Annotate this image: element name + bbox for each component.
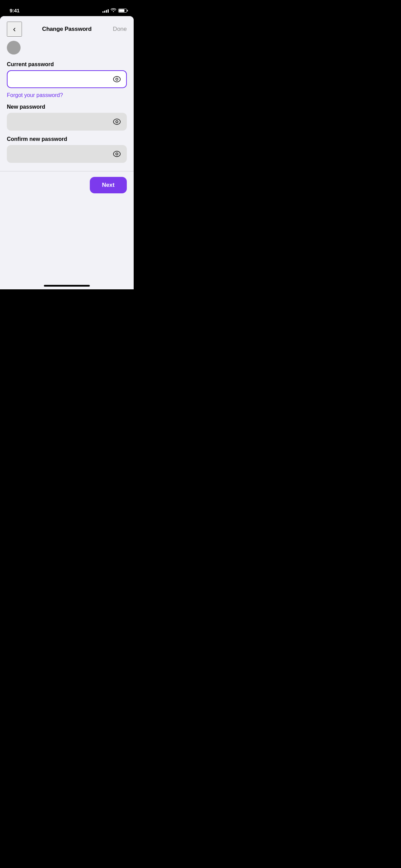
battery-icon (118, 9, 127, 13)
current-password-toggle-eye[interactable] (112, 74, 122, 84)
confirm-password-input[interactable] (7, 145, 127, 163)
current-password-label: Current password (7, 61, 127, 68)
status-time: 9:41 (10, 8, 20, 13)
modal-header: ‹ Change Password Done (0, 16, 134, 41)
bottom-action-area: Next (0, 171, 134, 199)
form-content: Current password Forgot your password? N… (0, 57, 134, 163)
back-chevron-icon: ‹ (13, 25, 16, 33)
new-password-label: New password (7, 104, 127, 110)
forgot-password-link[interactable]: Forgot your password? (7, 92, 63, 98)
home-indicator (44, 285, 90, 287)
status-icons (102, 8, 127, 13)
next-button[interactable]: Next (90, 177, 127, 193)
status-bar: 9:41 (0, 0, 134, 16)
svg-point-1 (116, 78, 118, 80)
eye-icon (113, 76, 121, 82)
new-password-wrapper (7, 113, 127, 131)
current-password-input[interactable] (7, 70, 127, 88)
svg-point-5 (116, 153, 118, 155)
confirm-password-toggle-eye[interactable] (112, 149, 122, 159)
confirm-password-label: Confirm new password (7, 136, 127, 142)
done-button[interactable]: Done (113, 26, 127, 33)
current-password-wrapper (7, 70, 127, 88)
new-password-toggle-eye[interactable] (112, 117, 122, 127)
svg-point-4 (113, 151, 120, 157)
confirm-password-wrapper (7, 145, 127, 163)
modal-container: ‹ Change Password Done Current password … (0, 16, 134, 289)
signal-icon (102, 9, 109, 13)
eye-icon (113, 119, 121, 125)
back-button[interactable]: ‹ (7, 22, 22, 37)
svg-point-3 (116, 121, 118, 123)
new-password-input[interactable] (7, 113, 127, 131)
avatar (7, 41, 21, 55)
eye-icon (113, 151, 121, 157)
page-title: Change Password (42, 26, 92, 33)
wifi-icon (111, 8, 116, 13)
svg-point-2 (113, 119, 120, 124)
svg-point-0 (113, 76, 120, 82)
avatar-area (0, 41, 134, 57)
